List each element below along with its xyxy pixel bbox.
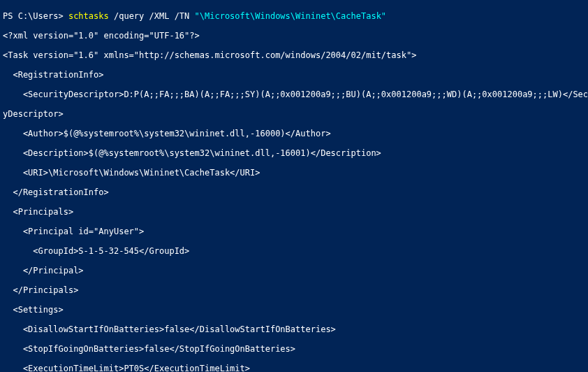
output-line: <StopIfGoingOnBatteries>false</StopIfGoi…	[3, 344, 585, 354]
output-line: <SecurityDescriptor>D:P(A;;FA;;;BA)(A;;F…	[3, 90, 585, 99]
output-line: <Author>$(@%systemroot%\system32\wininet…	[3, 129, 585, 138]
command-line-1: PS C:\Users> schtasks /query /XML /TN "\…	[3, 11, 585, 21]
output-line: <URI>\Microsoft\Windows\Wininet\CacheTas…	[3, 168, 585, 178]
command-args: /query /XML /TN	[114, 11, 195, 21]
output-line: </RegistrationInfo>	[3, 187, 585, 197]
command-string-arg: "\Microsoft\Windows\Wininet\CacheTask"	[195, 11, 387, 21]
ps-prompt: PS C:\Users>	[3, 11, 68, 21]
output-line: yDescriptor>	[3, 109, 585, 119]
output-line: <GroupId>S-1-5-32-545</GroupId>	[3, 246, 585, 256]
output-line: <Principals>	[3, 207, 585, 217]
output-line: </Principal>	[3, 266, 585, 276]
output-line: <Task version="1.6" xmlns="http://schema…	[3, 50, 585, 60]
output-line: </Principals>	[3, 285, 585, 295]
output-line: <?xml version="1.0" encoding="UTF-16"?>	[3, 31, 585, 41]
output-line: <ExecutionTimeLimit>PT0S</ExecutionTimeL…	[3, 364, 585, 372]
output-line: <RegistrationInfo>	[3, 70, 585, 80]
powershell-terminal[interactable]: PS C:\Users> schtasks /query /XML /TN "\…	[0, 0, 588, 372]
output-line: <Settings>	[3, 305, 585, 315]
output-line: <Principal id="AnyUser">	[3, 227, 585, 236]
command-name: schtasks	[68, 11, 114, 21]
output-line: <Description>$(@%systemroot%\system32\wi…	[3, 148, 585, 158]
output-line: <DisallowStartIfOnBatteries>false</Disal…	[3, 324, 585, 334]
